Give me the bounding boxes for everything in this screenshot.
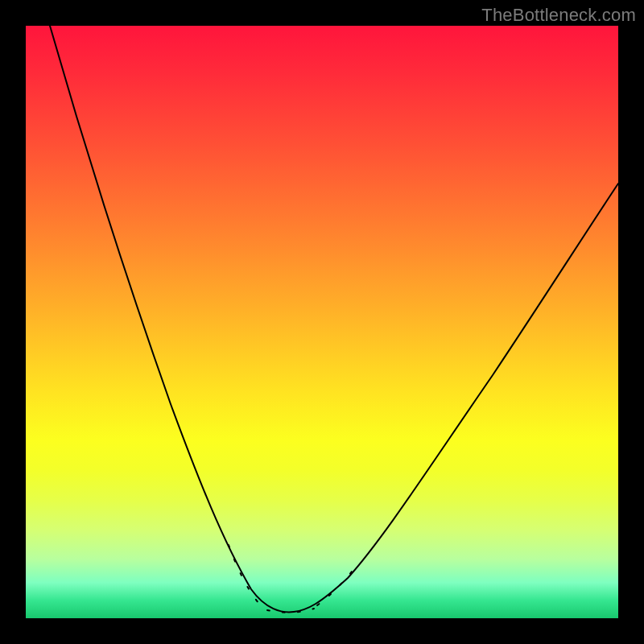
watermark-text: TheBottleneck.com bbox=[481, 5, 636, 26]
curve-layer bbox=[26, 26, 618, 618]
bottleneck-curve bbox=[50, 26, 618, 612]
chart-frame: TheBottleneck.com bbox=[0, 0, 644, 644]
valley-highlight-right bbox=[317, 572, 352, 605]
